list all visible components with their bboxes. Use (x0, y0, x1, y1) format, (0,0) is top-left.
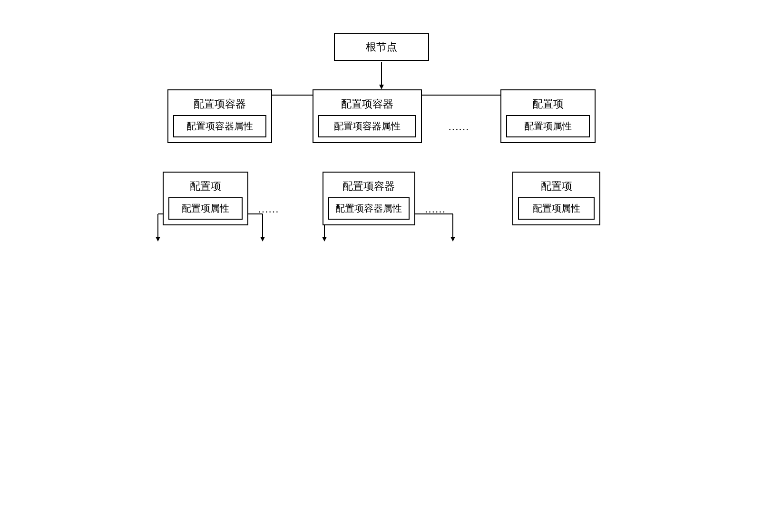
level1-ellipsis: …… (448, 99, 477, 133)
level2-container-mid-inner-label: 配置项容器属性 (335, 203, 402, 213)
svg-marker-20 (450, 237, 455, 242)
level1-container-1-inner: 配置项容器属性 (318, 115, 416, 137)
svg-marker-12 (156, 237, 160, 242)
svg-marker-18 (322, 237, 327, 242)
level2-left-ellipsis: …… (258, 182, 279, 215)
level2-item-right-label: 配置项 (541, 180, 572, 192)
level1-container-1: 配置项容器 配置项容器属性 (313, 89, 422, 143)
level2-item-left-inner: 配置项属性 (168, 197, 243, 220)
level1-item-0: 配置项 配置项属性 (500, 89, 596, 143)
level1-container-0: 配置项容器 配置项容器属性 (167, 89, 272, 143)
diagram: 根节点 配置项容器 配置项容器属性 配置项容器 配置项容器属性 …… (120, 33, 643, 499)
level1-container-0-label: 配置项容器 (194, 98, 246, 110)
level1-item-0-inner-label: 配置项属性 (524, 121, 572, 131)
level2-row: 配置项 配置项属性 …… 配置项容器 配置项容器属性 …… (120, 172, 643, 225)
level2-item-left: 配置项 配置项属性 (163, 172, 248, 225)
level2-mid-ellipsis: …… (425, 182, 446, 215)
level2-item-left-label: 配置项 (190, 180, 221, 192)
svg-marker-1 (379, 85, 384, 89)
level2-item-right-inner: 配置项属性 (518, 197, 595, 220)
level1-container-1-label: 配置项容器 (341, 98, 393, 110)
svg-marker-14 (260, 237, 265, 242)
level1-item-0-inner: 配置项属性 (506, 115, 590, 137)
level2-container-mid-label: 配置项容器 (342, 180, 395, 192)
root-node: 根节点 (334, 33, 429, 61)
level2-item-left-inner-label: 配置项属性 (182, 203, 229, 213)
level1-container-0-inner-label: 配置项容器属性 (186, 121, 253, 131)
root-label: 根节点 (366, 41, 397, 53)
level2-container-mid: 配置项容器 配置项容器属性 (323, 172, 415, 225)
level1-container-1-inner-label: 配置项容器属性 (334, 121, 401, 131)
level1-row: 配置项容器 配置项容器属性 配置项容器 配置项容器属性 …… 配置项 (120, 89, 643, 143)
level2-container-mid-inner: 配置项容器属性 (328, 197, 410, 220)
level2-item-right-inner-label: 配置项属性 (533, 203, 580, 213)
level2-item-right: 配置项 配置项属性 (512, 172, 600, 225)
level1-item-0-label: 配置项 (532, 98, 564, 110)
level1-container-0-inner: 配置项容器属性 (173, 115, 266, 137)
root-row: 根节点 (120, 33, 643, 61)
